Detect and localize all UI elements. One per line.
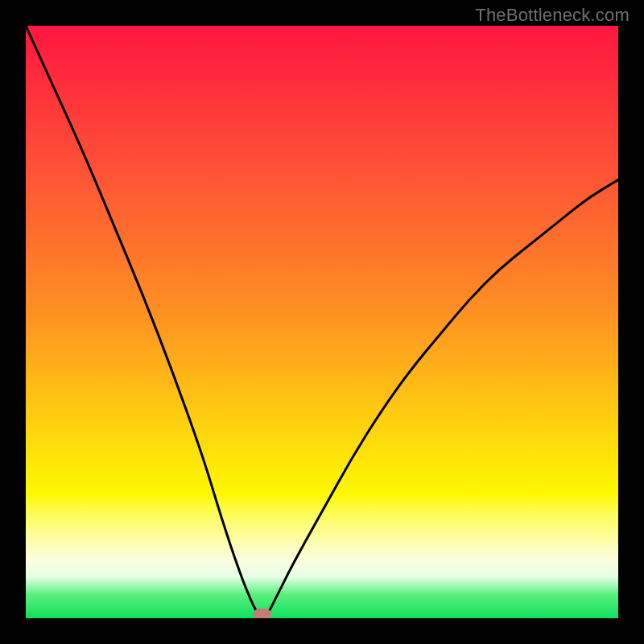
bottleneck-curve <box>26 26 618 618</box>
curve-path <box>26 26 618 617</box>
watermark-text: TheBottleneck.com <box>475 5 630 26</box>
optimal-marker <box>254 609 271 618</box>
plot-area <box>26 26 618 618</box>
chart-frame: TheBottleneck.com <box>0 0 644 644</box>
